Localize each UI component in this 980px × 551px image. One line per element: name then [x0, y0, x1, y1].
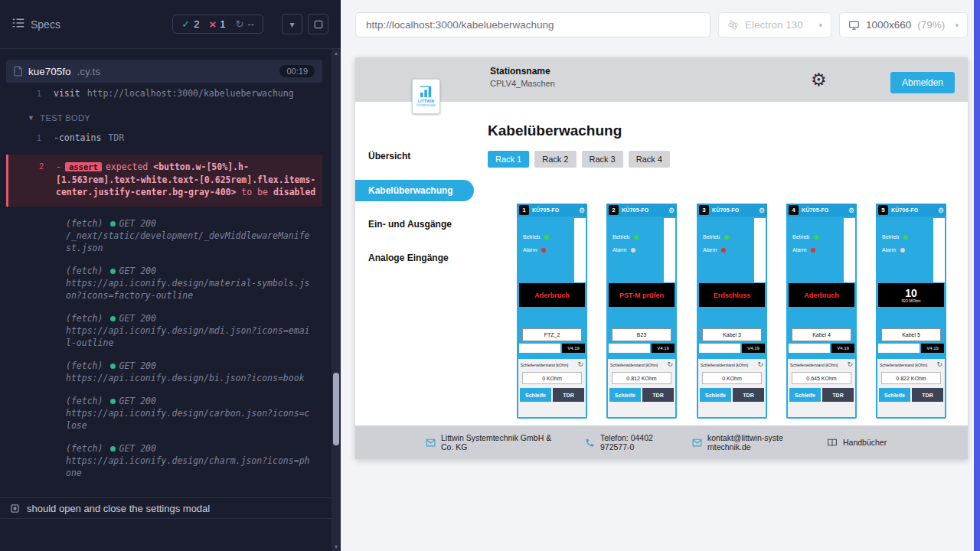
firmware-version: V4.19	[652, 344, 675, 353]
device-model: KÜ705-FO	[802, 207, 845, 213]
sidebar-item-uebersicht[interactable]: Übersicht	[355, 151, 474, 161]
sidebar-item-ein-und-ausgaenge[interactable]: Ein- und Ausgänge	[355, 219, 474, 230]
url-input[interactable]	[355, 12, 710, 37]
test-stats: ✓2 ×1 ↻--	[172, 15, 263, 34]
page-title: Kabelüberwachung	[488, 122, 622, 139]
device-gear-icon[interactable]: ⚙	[848, 207, 854, 214]
rack-tabs: Rack 1 Rack 2 Rack 3 Rack 4	[488, 151, 670, 168]
cypress-reporter-panel: Specs ✓2 ×1 ↻-- ▾ kue705fo.cy.ts 00:19 1…	[0, 0, 341, 551]
betrieb-led	[544, 235, 549, 240]
firmware-version: V4.19	[562, 344, 585, 353]
check-icon: ✓	[181, 18, 190, 30]
command-log: 1 visit http://localhost:3000/kabelueber…	[6, 83, 322, 479]
device-card: 2 KÜ705-FO ⚙ Betrieb Alarm PST-M prüfen …	[606, 204, 677, 419]
footer-manuals-link[interactable]: Handbücher	[827, 425, 887, 459]
specs-nav[interactable]: Specs	[12, 18, 60, 31]
refresh-icon: ↻	[235, 18, 243, 30]
fetch-log-entry: (fetch)GET 200 /_next/static/development…	[6, 217, 322, 254]
cable-name: FTZ_2	[522, 328, 582, 341]
chevron-down-icon: ▼	[28, 114, 34, 122]
tab-rack-4[interactable]: Rack 4	[629, 151, 670, 168]
status-display: 10 ISO MOhm	[878, 283, 944, 307]
device-gear-icon[interactable]: ⚙	[938, 207, 944, 214]
tab-rack-1[interactable]: Rack 1	[488, 151, 529, 168]
settings-gear-icon[interactable]: ⚙	[811, 70, 827, 90]
refresh-icon[interactable]: ↻	[847, 361, 853, 368]
measurement-panel: Schleifenwiderstand [kOhm]↻ 0.822 KOhm S…	[877, 359, 945, 417]
viewport-size: 1000x660	[866, 19, 911, 31]
device-model: KÜ705-FO	[532, 207, 576, 213]
status-display: Aderbruch	[789, 283, 854, 307]
resistance-value: 0 KOhm	[522, 372, 582, 384]
footer-phone: Telefon: 04402 972577-0	[585, 425, 671, 459]
schleife-button[interactable]: Schleife	[789, 388, 821, 402]
logo-text: LITTWIN	[418, 99, 435, 103]
device-number-badge: 3	[699, 205, 709, 215]
reporter-scrollbar[interactable]: ▲ ▼	[332, 49, 341, 551]
device-gear-icon[interactable]: ⚙	[668, 207, 675, 214]
file-icon	[14, 66, 22, 77]
device-model: KÜ706-FO	[891, 207, 935, 213]
schleife-button[interactable]: Schleife	[609, 388, 641, 402]
test-body-section[interactable]: ▼ TEST BODY	[6, 113, 322, 122]
browser-selector[interactable]: Electron 130 ▾	[718, 12, 831, 37]
measurement-panel: Schleifenwiderstand [kOhm]↻ 0 KOhm Schle…	[518, 359, 586, 417]
electron-icon	[727, 19, 739, 31]
status-display: Erdschluss	[699, 283, 765, 307]
schleife-button[interactable]: Schleife	[879, 388, 910, 402]
tdr-button[interactable]: TDR	[642, 388, 674, 402]
failed-assertion[interactable]: 2 -assertexpected <button.w-[50%].h-[1.5…	[6, 155, 322, 207]
app-under-test: Stationsname CPLV4_Maschen ⚙ Abmelden LI…	[355, 57, 968, 459]
tab-rack-3[interactable]: Rack 3	[582, 151, 623, 168]
littwin-logo: LITTWIN SYSTEMTECHNIK	[412, 79, 440, 114]
device-card: 3 KÜ705-FO ⚙ Betrieb Alarm Erdschluss Ka…	[697, 204, 767, 419]
tab-rack-2[interactable]: Rack 2	[534, 151, 576, 168]
viewport-selector[interactable]: 1000x660 (79%) ▾	[839, 12, 968, 37]
tdr-button[interactable]: TDR	[733, 388, 764, 402]
device-gear-icon[interactable]: ⚙	[579, 207, 585, 214]
tdr-button[interactable]: TDR	[912, 388, 943, 402]
refresh-icon[interactable]: ↻	[757, 361, 763, 368]
footer-company: Littwin Systemtechnik GmbH & Co. KG	[426, 425, 564, 459]
display-strip	[878, 344, 920, 353]
schleife-button[interactable]: Schleife	[520, 388, 551, 402]
sidebar-item-kabelueberwachung[interactable]: Kabelüberwachung	[355, 180, 474, 201]
refresh-icon[interactable]: ↻	[577, 361, 583, 368]
status-ok-dot	[110, 446, 116, 452]
logo-subtext: SYSTEMTECHNIK	[416, 104, 436, 107]
measurement-panel: Schleifenwiderstand [kOhm]↻ 0.645 KOhm S…	[788, 359, 855, 417]
assert-badge: assert	[65, 162, 102, 171]
stop-button[interactable]	[308, 14, 328, 34]
betrieb-led	[903, 235, 908, 240]
right-edge-scrollbar[interactable]	[974, 0, 980, 551]
scrollbar-thumb[interactable]	[333, 373, 339, 445]
schleife-button[interactable]: Schleife	[700, 388, 731, 402]
device-card: 1 KÜ705-FO ⚙ Betrieb Alarm Aderbruch FTZ…	[517, 204, 587, 419]
device-number-badge: 4	[789, 205, 799, 215]
betrieb-led	[634, 235, 639, 240]
device-card-header: 5 KÜ706-FO ⚙	[876, 204, 946, 217]
command-contains[interactable]: 1 -contains TDR	[6, 132, 322, 144]
refresh-icon[interactable]: ↻	[667, 361, 673, 368]
next-test-row[interactable]: should open and close the settings modal	[0, 497, 332, 519]
tdr-button[interactable]: TDR	[553, 388, 584, 402]
collapse-button[interactable]: ▾	[282, 14, 302, 34]
command-visit[interactable]: 1 visit http://localhost:3000/kabelueber…	[6, 87, 322, 99]
device-card-header: 2 KÜ705-FO ⚙	[606, 204, 677, 217]
scroll-up-icon[interactable]: ▲	[332, 51, 341, 56]
phone-icon	[585, 438, 595, 448]
alarm-led	[811, 248, 815, 253]
station-label: Stationsname	[490, 66, 555, 77]
device-gear-icon[interactable]: ⚙	[759, 207, 765, 214]
monitor-icon	[848, 20, 860, 31]
stat-pending: ↻--	[235, 18, 254, 30]
sidebar-item-analoge-eingaenge[interactable]: Analoge Eingänge	[355, 253, 474, 263]
tdr-button[interactable]: TDR	[822, 388, 854, 402]
device-card: 5 KÜ706-FO ⚙ Betrieb Alarm 10 ISO MOhm K…	[876, 204, 946, 419]
cable-name: B23	[612, 328, 671, 341]
refresh-icon[interactable]: ↻	[936, 361, 942, 368]
logout-button[interactable]: Abmelden	[890, 72, 955, 93]
scroll-down-icon[interactable]: ▼	[332, 544, 341, 549]
spec-header[interactable]: kue705fo.cy.ts 00:19	[6, 60, 322, 83]
fetch-log-entry: (fetch)GET 200 https://api.iconify.desig…	[6, 395, 322, 432]
